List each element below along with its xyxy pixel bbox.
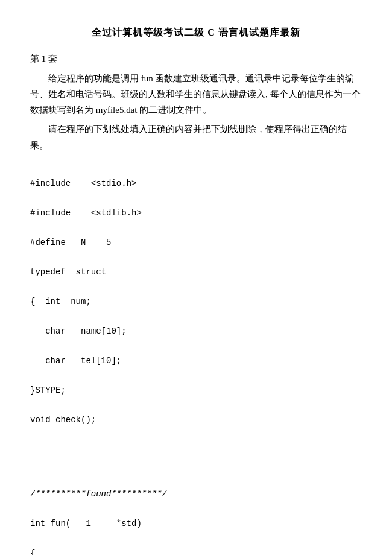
code-line-11: int fun(___1___ *std) (30, 519, 142, 528)
description-paragraph: 给定程序的功能是调用 fun 函数建立班级通讯录。通讯录中记录每位学生的编号、姓… (30, 71, 362, 118)
code-line-06: char name[10]; (30, 326, 127, 336)
code-line-09: void check(); (30, 415, 96, 425)
code-line-12: { (30, 548, 35, 555)
code-comment-1: /**********found**********/ (30, 489, 167, 499)
code-blank-1 (30, 460, 35, 469)
section-label: 第 1 套 (30, 51, 362, 67)
code-line-07: char tel[10]; (30, 356, 121, 366)
code-line-01: #include <stdio.h> (30, 179, 136, 188)
code-line-03: #define N 5 (30, 238, 111, 247)
code-line-04: typedef struct (30, 267, 106, 277)
code-line-05: { int num; (30, 297, 91, 306)
code-line-08: }STYPE; (30, 385, 66, 395)
instruction-paragraph: 请在程序的下划线处填入正确的内容并把下划线删除，使程序得出正确的结果。 (30, 121, 362, 153)
code-line-02: #include <stdlib.h> (30, 208, 142, 218)
code-block: #include <stdio.h> #include <stdlib.h> #… (30, 162, 362, 555)
page-title: 全过计算机等级考试二级 C 语言机试题库最新 (30, 24, 362, 40)
